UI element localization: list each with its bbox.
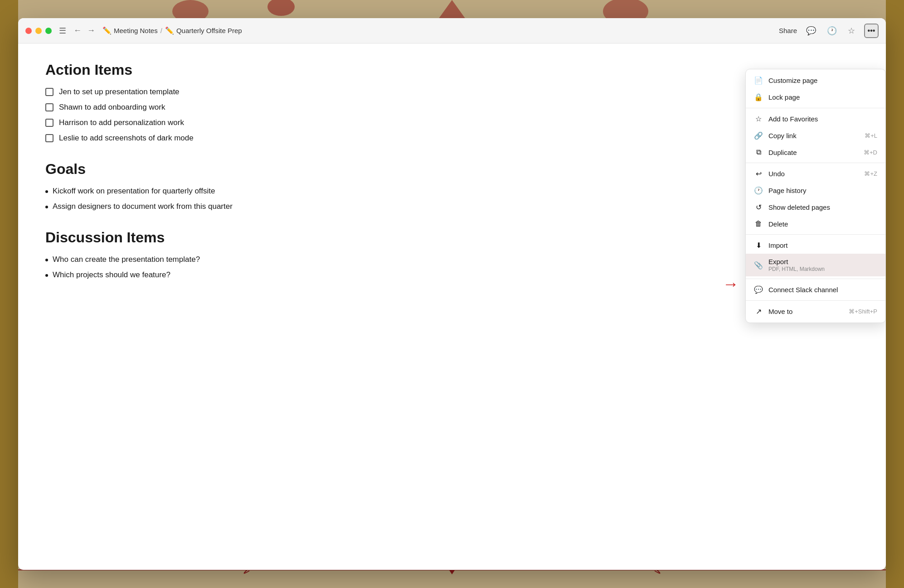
svg-point-1 bbox=[267, 0, 295, 16]
menu-item-duplicate[interactable]: ⧉ Duplicate ⌘+D bbox=[746, 144, 885, 160]
section-title-goals: Goals bbox=[45, 161, 859, 178]
page-history-icon: 🕐 bbox=[754, 186, 763, 195]
menu-item-customize-page[interactable]: 📄 Customize page bbox=[746, 72, 885, 89]
bullet-dot bbox=[45, 206, 48, 208]
menu-item-connect-slack[interactable]: 💬 Connect Slack channel bbox=[746, 281, 885, 298]
section-goals: Goals Kickoff work on presentation for q… bbox=[45, 161, 859, 211]
section-action-items: Action Items Jen to set up presentation … bbox=[45, 62, 859, 143]
menu-item-label: Undo bbox=[768, 170, 785, 178]
menu-item-add-favorites[interactable]: ☆ Add to Favorites bbox=[746, 111, 885, 127]
customize-page-icon: 📄 bbox=[754, 76, 763, 85]
menu-item-label: Lock page bbox=[768, 93, 800, 101]
section-discussion: Discussion Items Who can create the pres… bbox=[45, 229, 859, 280]
item-text: Which projects should we feature? bbox=[53, 270, 170, 280]
star-icon[interactable]: ☆ bbox=[846, 24, 857, 38]
item-text: Assign designers to document work from t… bbox=[53, 202, 233, 211]
list-item: Which projects should we feature? bbox=[45, 270, 859, 280]
action-items-list: Jen to set up presentation template Shaw… bbox=[45, 87, 859, 143]
menu-item-show-deleted[interactable]: ↺ Show deleted pages bbox=[746, 199, 885, 216]
bullet-dot bbox=[45, 259, 48, 261]
import-icon: ⬇ bbox=[754, 241, 763, 250]
bullet-dot bbox=[45, 274, 48, 277]
current-emoji: ✏️ bbox=[165, 26, 174, 35]
item-text: Who can create the presentation template… bbox=[53, 255, 200, 264]
menu-item-move-to[interactable]: ↗ Move to ⌘+Shift+P bbox=[746, 303, 885, 320]
list-item: Who can create the presentation template… bbox=[45, 255, 859, 264]
list-item: Jen to set up presentation template bbox=[45, 87, 859, 96]
menu-item-label: Copy link bbox=[768, 132, 797, 140]
item-text: Kickoff work on presentation for quarter… bbox=[53, 187, 215, 196]
breadcrumb-separator: / bbox=[160, 27, 162, 34]
move-to-shortcut: ⌘+Shift+P bbox=[849, 308, 877, 315]
star-outline-icon: ☆ bbox=[754, 115, 763, 123]
nav-arrows: ← → bbox=[72, 25, 97, 36]
minimize-button[interactable] bbox=[35, 28, 42, 34]
menu-item-page-history[interactable]: 🕐 Page history bbox=[746, 182, 885, 199]
menu-item-copy-link[interactable]: 🔗 Copy link ⌘+L bbox=[746, 127, 885, 144]
breadcrumb-parent-label: Meeting Notes bbox=[114, 27, 158, 34]
history-icon[interactable]: 🕐 bbox=[825, 24, 839, 38]
checkbox[interactable] bbox=[45, 134, 53, 142]
undo-shortcut: ⌘+Z bbox=[864, 170, 877, 177]
menu-item-label: Connect Slack channel bbox=[768, 286, 838, 294]
list-item: Kickoff work on presentation for quarter… bbox=[45, 187, 859, 196]
item-text: Leslie to add screenshots of dark mode bbox=[59, 134, 194, 143]
discussion-list: Who can create the presentation template… bbox=[45, 255, 859, 280]
menu-item-label: Move to bbox=[768, 308, 792, 315]
parent-emoji: ✏️ bbox=[102, 26, 112, 35]
item-text: Shawn to add onboarding work bbox=[59, 103, 165, 112]
export-subtitle: PDF, HTML, Markdown bbox=[768, 266, 825, 272]
forward-arrow[interactable]: → bbox=[85, 25, 97, 36]
export-content: Export PDF, HTML, Markdown bbox=[768, 258, 825, 272]
export-label: Export bbox=[768, 258, 825, 265]
menu-item-label: Add to Favorites bbox=[768, 115, 818, 123]
menu-item-delete[interactable]: 🗑 Delete bbox=[746, 216, 885, 232]
copy-link-shortcut: ⌘+L bbox=[865, 132, 877, 139]
more-button[interactable]: ••• bbox=[864, 24, 879, 38]
comment-icon[interactable]: 💬 bbox=[804, 24, 818, 38]
share-button[interactable]: Share bbox=[779, 27, 797, 34]
svg-rect-6 bbox=[886, 0, 904, 588]
section-title-action-items: Action Items bbox=[45, 62, 859, 78]
section-title-discussion: Discussion Items bbox=[45, 229, 859, 246]
context-menu: 📄 Customize page 🔒 Lock page ☆ Add to Fa… bbox=[745, 69, 886, 323]
link-icon: 🔗 bbox=[754, 131, 763, 140]
hamburger-icon[interactable]: ☰ bbox=[59, 26, 66, 36]
slack-icon: 💬 bbox=[754, 285, 763, 294]
titlebar-actions: Share 💬 🕐 ☆ ••• bbox=[779, 24, 879, 38]
menu-divider bbox=[746, 300, 885, 301]
goals-list: Kickoff work on presentation for quarter… bbox=[45, 187, 859, 211]
svg-rect-5 bbox=[0, 0, 18, 588]
menu-item-label: Page history bbox=[768, 187, 806, 194]
close-button[interactable] bbox=[25, 28, 32, 34]
menu-divider bbox=[746, 234, 885, 235]
export-icon: 📎 bbox=[754, 261, 763, 270]
maximize-button[interactable] bbox=[45, 28, 52, 34]
menu-item-undo[interactable]: ↩ Undo ⌘+Z bbox=[746, 165, 885, 182]
item-text: Jen to set up presentation template bbox=[59, 87, 180, 96]
menu-item-lock-page[interactable]: 🔒 Lock page bbox=[746, 89, 885, 106]
checkbox[interactable] bbox=[45, 119, 53, 127]
menu-divider bbox=[746, 163, 885, 163]
breadcrumb-current[interactable]: ✏️ Quarterly Offsite Prep bbox=[165, 26, 242, 35]
breadcrumb-current-label: Quarterly Offsite Prep bbox=[176, 27, 242, 34]
back-arrow[interactable]: ← bbox=[72, 25, 83, 36]
checkbox[interactable] bbox=[45, 88, 53, 96]
breadcrumb: ✏️ Meeting Notes / ✏️ Quarterly Offsite … bbox=[102, 26, 779, 35]
menu-divider bbox=[746, 279, 885, 279]
list-item: Shawn to add onboarding work bbox=[45, 103, 859, 112]
duplicate-shortcut: ⌘+D bbox=[864, 149, 877, 156]
titlebar: ☰ ← → ✏️ Meeting Notes / ✏️ Quarterly Of… bbox=[18, 18, 886, 43]
menu-item-label: Delete bbox=[768, 220, 788, 228]
item-text: Harrison to add personalization work bbox=[59, 118, 184, 127]
menu-item-import[interactable]: ⬇ Import bbox=[746, 237, 885, 254]
list-item: Leslie to add screenshots of dark mode bbox=[45, 134, 859, 143]
menu-item-label: Import bbox=[768, 241, 788, 249]
breadcrumb-parent[interactable]: ✏️ Meeting Notes bbox=[102, 26, 158, 35]
list-item: Assign designers to document work from t… bbox=[45, 202, 859, 211]
move-to-icon: ↗ bbox=[754, 307, 763, 316]
menu-divider bbox=[746, 108, 885, 108]
menu-item-export[interactable]: 📎 Export PDF, HTML, Markdown bbox=[746, 254, 885, 276]
menu-item-label: Show deleted pages bbox=[768, 203, 830, 211]
checkbox[interactable] bbox=[45, 103, 53, 111]
